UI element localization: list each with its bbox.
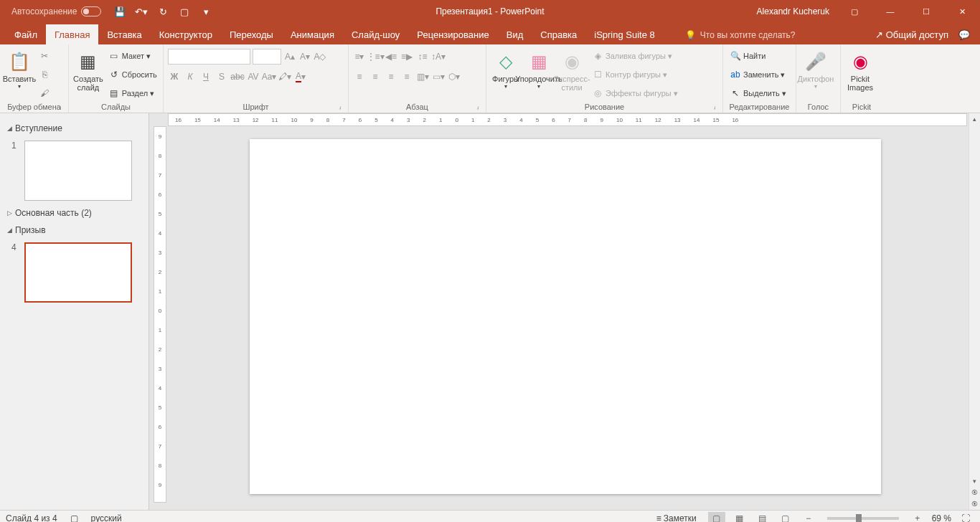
sorter-view-icon[interactable]: ▦	[731, 512, 748, 522]
tab-insert[interactable]: Вставка	[98, 24, 150, 44]
new-slide-button[interactable]: ▦ Создать слайд	[73, 47, 103, 102]
line-spacing-icon[interactable]: ↕≡	[416, 50, 429, 63]
tab-view[interactable]: Вид	[498, 24, 532, 44]
underline-icon[interactable]: Ч	[199, 70, 212, 83]
case-icon[interactable]: Aa▾	[263, 70, 275, 83]
numbering-icon[interactable]: ⋮≡▾	[369, 50, 382, 63]
comments-icon[interactable]: 💬	[958, 29, 970, 40]
collapse-ribbon-icon[interactable]: ˄	[974, 1, 979, 11]
section-button[interactable]: ▤Раздел▾	[106, 85, 159, 101]
tab-review[interactable]: Рецензирование	[408, 24, 497, 44]
highlight-icon[interactable]: 🖍▾	[278, 70, 291, 83]
slide-panel[interactable]: ◢ Вступление 1 ▷ Основная часть (2) ◢ Пр…	[0, 113, 149, 510]
font-size-input[interactable]	[253, 49, 281, 65]
find-button[interactable]: 🔍Найти	[727, 48, 791, 64]
close-icon[interactable]: ✕	[951, 4, 973, 19]
status-bar: Слайд 4 из 4 ▢ русский ≡ Заметки ▢ ▦ ▤ ▢…	[0, 510, 980, 522]
zoom-in-icon[interactable]: +	[909, 512, 926, 522]
smartart-icon[interactable]: ⬡▾	[448, 70, 461, 83]
text-direction-icon[interactable]: ↕A▾	[432, 50, 445, 63]
layout-button[interactable]: ▭Макет▾	[106, 48, 159, 64]
normal-view-icon[interactable]: ▢	[708, 512, 725, 522]
decrease-font-icon[interactable]: A▾	[298, 50, 311, 63]
justify-icon[interactable]: ≡	[400, 70, 413, 83]
ribbon-options-icon[interactable]: ▢	[844, 4, 865, 19]
bold-icon[interactable]: Ж	[168, 70, 181, 83]
clear-format-icon[interactable]: A◇	[314, 50, 326, 63]
notes-button[interactable]: ≡ Заметки	[651, 513, 702, 522]
pickit-icon: ◉	[853, 49, 868, 75]
replace-button[interactable]: abЗаменить▾	[727, 67, 791, 82]
copy-icon[interactable]: ⎘	[37, 67, 52, 82]
collapse-icon: ◢	[7, 227, 12, 234]
undo-icon[interactable]: ↶▾	[136, 6, 147, 17]
reading-view-icon[interactable]: ▤	[754, 512, 771, 522]
strike-icon[interactable]: abc	[231, 70, 244, 83]
tell-me-search[interactable]: 💡 Что вы хотите сделать?	[685, 30, 796, 44]
tab-help[interactable]: Справка	[532, 24, 585, 44]
spellcheck-icon[interactable]: ▢	[70, 513, 78, 522]
slide-canvas[interactable]	[250, 139, 881, 494]
reset-button[interactable]: ↺Сбросить	[106, 67, 159, 82]
user-name: Alexandr Kucheruk	[757, 6, 829, 16]
prev-slide-icon[interactable]: ⦿	[969, 487, 980, 498]
bullets-icon[interactable]: ≡▾	[353, 50, 366, 63]
columns-icon[interactable]: ▥▾	[416, 70, 429, 83]
maximize-icon[interactable]: ☐	[915, 4, 937, 19]
font-name-input[interactable]	[168, 49, 250, 65]
language-label[interactable]: русский	[91, 513, 122, 522]
tab-transitions[interactable]: Переходы	[221, 24, 282, 44]
slideshow-start-icon[interactable]: ▢	[179, 6, 190, 17]
select-button[interactable]: ↖Выделить▾	[727, 85, 791, 101]
slide-number: 1	[11, 141, 19, 201]
align-left-icon[interactable]: ≡	[353, 70, 366, 83]
autosave-toggle[interactable]: Автосохранение	[11, 6, 101, 16]
scroll-down-icon[interactable]: ▾	[969, 475, 980, 487]
paste-button[interactable]: 📋 Вставить ▾	[4, 47, 34, 102]
save-icon[interactable]: 💾	[114, 6, 126, 17]
tab-ispring[interactable]: iSpring Suite 8	[585, 24, 664, 44]
zoom-slider[interactable]	[827, 517, 899, 520]
section-header[interactable]: ▷ Основная часть (2)	[7, 207, 141, 219]
shadow-icon[interactable]: S	[215, 70, 228, 83]
cut-icon[interactable]: ✂	[37, 49, 52, 63]
group-label: Редактирование	[727, 102, 791, 111]
tab-design[interactable]: Конструктор	[151, 24, 221, 44]
zoom-level[interactable]: 69 %	[932, 513, 951, 522]
slide-thumb-1[interactable]: 1	[11, 141, 141, 201]
slide-thumb-4[interactable]: 4	[11, 242, 141, 303]
tab-file[interactable]: Файл	[6, 24, 46, 44]
arrange-button[interactable]: ▦ Упорядочить▾	[524, 47, 554, 102]
align-center-icon[interactable]: ≡	[369, 70, 382, 83]
italic-icon[interactable]: К	[184, 70, 197, 83]
format-painter-icon[interactable]: 🖌	[37, 86, 52, 100]
pickit-button[interactable]: ◉ Pickit Images	[845, 47, 875, 102]
align-text-icon[interactable]: ▭▾	[432, 70, 445, 83]
qat-more-icon[interactable]: ▾	[200, 6, 212, 17]
align-right-icon[interactable]: ≡	[385, 70, 397, 83]
font-color-icon[interactable]: A▾	[294, 70, 307, 83]
minimize-icon[interactable]: —	[880, 4, 901, 19]
group-label: Голос	[801, 102, 836, 111]
tab-home[interactable]: Главная	[46, 24, 98, 44]
slideshow-view-icon[interactable]: ▢	[777, 512, 794, 522]
increase-font-icon[interactable]: A▴	[283, 50, 296, 63]
section-header[interactable]: ◢ Призыв	[7, 224, 141, 237]
fit-window-icon[interactable]: ⛶	[957, 512, 974, 522]
section-cta: ◢ Призыв 4	[7, 224, 141, 303]
redo-icon[interactable]: ↻	[157, 6, 169, 17]
next-slide-icon[interactable]: ⦿	[969, 498, 980, 510]
decrease-indent-icon[interactable]: ◀≡	[385, 50, 397, 63]
mic-icon: 🎤	[805, 49, 826, 75]
tab-animations[interactable]: Анимация	[282, 24, 343, 44]
spacing-icon[interactable]: AV	[247, 70, 260, 83]
tab-slideshow[interactable]: Слайд-шоу	[343, 24, 408, 44]
group-pickit: ◉ Pickit Images Pickit	[841, 44, 882, 113]
slide-counter[interactable]: Слайд 4 из 4	[6, 513, 57, 522]
share-button[interactable]: ↗ Общий доступ	[875, 29, 948, 40]
scroll-up-icon[interactable]: ▴	[969, 113, 980, 125]
vertical-scrollbar[interactable]: ▴ ▾ ⦿ ⦿	[969, 113, 980, 510]
increase-indent-icon[interactable]: ≡▶	[400, 50, 413, 63]
section-header[interactable]: ◢ Вступление	[7, 122, 141, 135]
zoom-out-icon[interactable]: −	[800, 512, 817, 522]
